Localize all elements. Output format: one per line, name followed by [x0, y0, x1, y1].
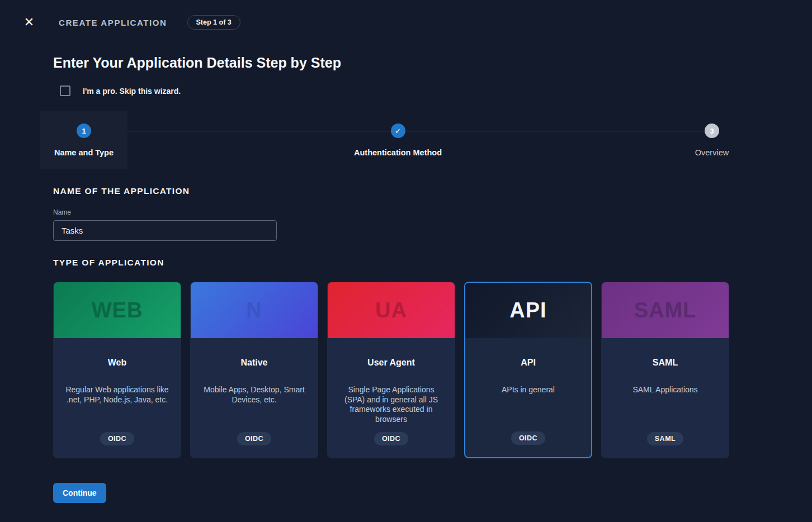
- name-field-label: Name: [53, 208, 812, 216]
- card-web-description: Regular Web applications like .net, PHP,…: [64, 385, 171, 405]
- wizard-heading: Enter Your Application Details Step by S…: [53, 55, 812, 71]
- card-web-protocol-badge: OIDC: [100, 432, 134, 445]
- create-application-wizard: ✕ CREATE APPLICATION Step 1 of 3 Enter Y…: [0, 0, 812, 522]
- card-native-description: Mobile Apps, Desktop, Smart Devices, etc…: [201, 385, 308, 405]
- name-section: NAME OF THE APPLICATION Name: [53, 186, 812, 241]
- card-native-watermark: N: [246, 298, 262, 322]
- card-user-agent-watermark: UA: [375, 298, 407, 322]
- card-saml-title: SAML: [653, 358, 678, 368]
- card-api-watermark: API: [509, 298, 546, 322]
- card-saml-protocol-badge: SAML: [647, 432, 683, 445]
- card-saml-description: SAML Applications: [632, 385, 697, 395]
- application-name-input[interactable]: [53, 220, 277, 241]
- card-native-body: Native Mobile Apps, Desktop, Smart Devic…: [191, 338, 318, 458]
- skip-wizard-checkbox[interactable]: [60, 86, 70, 96]
- step-1-label: Name and Type: [54, 148, 114, 157]
- card-web-banner: WEB: [54, 282, 181, 338]
- wizard-header: ✕ CREATE APPLICATION Step 1 of 3: [0, 0, 812, 31]
- page-title: CREATE APPLICATION: [59, 18, 167, 27]
- card-web-watermark: WEB: [92, 298, 143, 322]
- card-native[interactable]: N Native Mobile Apps, Desktop, Smart Dev…: [190, 282, 318, 458]
- continue-button[interactable]: Continue: [53, 483, 106, 503]
- card-web-body: Web Regular Web applications like .net, …: [54, 338, 181, 458]
- card-saml-banner: SAML: [602, 282, 729, 338]
- card-user-agent[interactable]: UA User Agent Single Page Applications (…: [327, 282, 455, 458]
- card-native-title: Native: [240, 358, 267, 368]
- card-user-agent-description: Single Page Applications (SPA) and in ge…: [338, 385, 445, 425]
- card-saml-body: SAML SAML Applications SAML: [602, 338, 729, 458]
- step-authentication-method[interactable]: ✓ Authentication Method: [355, 111, 442, 169]
- step-3-label: Overview: [695, 148, 729, 157]
- card-native-protocol-badge: OIDC: [237, 432, 271, 445]
- step-1-indicator: 1: [77, 124, 91, 138]
- step-name-and-type[interactable]: 1 Name and Type: [40, 111, 128, 169]
- step-2-check-icon: ✓: [391, 124, 405, 138]
- step-overview[interactable]: 3 Overview: [668, 111, 756, 169]
- card-user-agent-protocol-badge: OIDC: [374, 432, 408, 445]
- card-user-agent-banner: UA: [328, 282, 455, 338]
- card-saml-watermark: SAML: [634, 298, 697, 322]
- type-section-title: TYPE OF APPLICATION: [53, 258, 812, 268]
- card-web-title: Web: [108, 358, 126, 368]
- type-section: TYPE OF APPLICATION WEB Web Regular Web …: [53, 258, 812, 458]
- card-api-banner: API: [465, 283, 591, 338]
- close-icon[interactable]: ✕: [22, 16, 36, 29]
- skip-wizard-row: I'm a pro. Skip this wizard.: [60, 86, 812, 96]
- card-user-agent-title: User Agent: [367, 358, 415, 368]
- wizard-body: Enter Your Application Details Step by S…: [0, 55, 812, 503]
- card-web[interactable]: WEB Web Regular Web applications like .n…: [53, 282, 181, 458]
- application-type-cards: WEB Web Regular Web applications like .n…: [53, 282, 812, 458]
- card-user-agent-body: User Agent Single Page Applications (SPA…: [328, 338, 455, 458]
- step-3-indicator: 3: [705, 124, 719, 138]
- card-api-protocol-badge: OIDC: [511, 431, 545, 445]
- step-badge: Step 1 of 3: [187, 15, 240, 30]
- skip-wizard-label[interactable]: I'm a pro. Skip this wizard.: [83, 87, 181, 96]
- card-api-body: API APIs in general OIDC: [465, 338, 591, 457]
- card-api-title: API: [521, 358, 536, 368]
- step-2-label: Authentication Method: [354, 148, 442, 157]
- name-section-title: NAME OF THE APPLICATION: [53, 186, 812, 196]
- card-api[interactable]: API API APIs in general OIDC: [464, 282, 592, 458]
- card-native-banner: N: [191, 282, 318, 338]
- card-saml[interactable]: SAML SAML SAML Applications SAML: [601, 282, 729, 458]
- wizard-stepper: 1 Name and Type ✓ Authentication Method …: [40, 111, 756, 169]
- card-api-description: APIs in general: [502, 385, 555, 395]
